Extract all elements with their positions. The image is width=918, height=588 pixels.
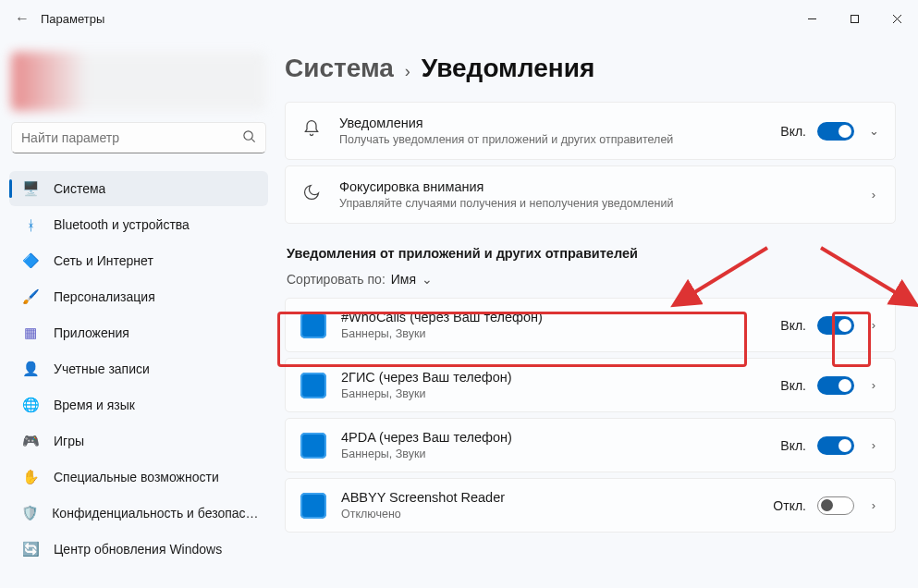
nav-icon: ✋ <box>20 467 41 487</box>
app-notification-row[interactable]: #WhoCalls (через Ваш телефон)Баннеры, Зв… <box>285 298 896 352</box>
nav-icon: 🖌️ <box>20 287 41 307</box>
status-label: Вкл. <box>780 438 806 453</box>
nav-icon: ▦ <box>20 323 41 343</box>
nav-label: Персонализация <box>54 289 155 304</box>
app-name: 4PDA (через Ваш телефон) <box>341 430 780 445</box>
back-button[interactable]: ← <box>7 10 37 27</box>
window-title: Параметры <box>41 12 104 26</box>
nav-list: 🖥️СистемаᚼBluetooth и устройства🔷Сеть и … <box>7 170 270 588</box>
sidebar-item-персонализация[interactable]: 🖌️Персонализация <box>9 279 268 314</box>
app-toggle[interactable] <box>817 436 854 455</box>
search-box[interactable] <box>11 122 266 153</box>
chevron-right-icon[interactable]: › <box>867 318 880 332</box>
breadcrumb: Система › Уведомления <box>285 54 896 83</box>
chevron-right-icon[interactable]: › <box>867 188 880 202</box>
app-icon <box>300 433 326 459</box>
svg-rect-1 <box>851 15 858 22</box>
profile-block[interactable] <box>11 52 266 111</box>
nav-icon: 🖥️ <box>20 178 41 199</box>
breadcrumb-parent[interactable]: Система <box>285 54 394 83</box>
sidebar-item-центр[interactable]: 🔄Центр обновления Windows <box>9 532 268 567</box>
search-input[interactable] <box>21 130 242 145</box>
nav-label: Приложения <box>54 325 129 340</box>
app-sub: Баннеры, Звуки <box>341 447 780 460</box>
chevron-right-icon: › <box>405 62 410 81</box>
svg-line-5 <box>251 139 254 141</box>
app-icon <box>300 373 326 398</box>
sidebar-item-специальные[interactable]: ✋Специальные возможности <box>9 459 268 495</box>
moon-icon <box>300 183 323 206</box>
search-icon <box>242 129 256 146</box>
app-notification-row[interactable]: ABBYY Screenshot ReaderОтключеноОткл.› <box>285 478 896 533</box>
app-notification-row[interactable]: 4PDA (через Ваш телефон)Баннеры, ЗвукиВк… <box>285 418 896 472</box>
chevron-right-icon[interactable]: › <box>867 438 880 452</box>
window-controls <box>790 0 918 37</box>
maximize-button[interactable] <box>833 0 875 37</box>
nav-icon: 🎮 <box>20 431 41 451</box>
app-name: 2ГИС (через Ваш телефон) <box>341 370 780 385</box>
bell-icon <box>300 119 323 142</box>
nav-icon: 🔷 <box>20 251 41 271</box>
sidebar-item-система[interactable]: 🖥️Система <box>9 171 268 206</box>
nav-label: Учетные записи <box>54 361 150 376</box>
app-name: ABBYY Screenshot Reader <box>341 490 773 505</box>
sidebar-item-учетные[interactable]: 👤Учетные записи <box>9 351 268 386</box>
sort-row[interactable]: Сортировать по: Имя ⌄ <box>287 272 896 287</box>
card-title: Фокусировка внимания <box>339 179 867 194</box>
app-notification-row[interactable]: 2ГИС (через Ваш телефон)Баннеры, ЗвукиВк… <box>285 358 896 412</box>
app-name: #WhoCalls (через Ваш телефон) <box>341 310 780 325</box>
nav-label: Система <box>54 181 105 196</box>
notifications-toggle[interactable] <box>817 122 854 141</box>
nav-label: Bluetooth и устройства <box>54 217 190 232</box>
sidebar: 🖥️СистемаᚼBluetooth и устройства🔷Сеть и … <box>0 37 277 588</box>
app-sub: Баннеры, Звуки <box>341 387 780 400</box>
sidebar-item-приложения[interactable]: ▦Приложения <box>9 315 268 350</box>
sidebar-item-сеть[interactable]: 🔷Сеть и Интернет <box>9 243 268 278</box>
card-subtitle: Управляйте случаями получения и неполуче… <box>339 197 867 210</box>
nav-label: Время и язык <box>54 398 135 412</box>
nav-label: Специальные возможности <box>54 470 219 484</box>
nav-label: Конфиденциальность и безопасность <box>52 506 261 521</box>
focus-card[interactable]: Фокусировка внимания Управляйте случаями… <box>285 165 896 224</box>
minimize-button[interactable] <box>790 0 833 37</box>
chevron-down-icon[interactable]: ⌄ <box>867 124 880 138</box>
nav-icon: ᚼ <box>20 214 41 235</box>
sort-label: Сортировать по: <box>287 272 386 287</box>
app-toggle[interactable] <box>817 376 854 395</box>
app-sub: Отключено <box>341 508 773 521</box>
app-icon <box>300 493 326 519</box>
sort-value: Имя <box>391 272 416 287</box>
status-label: Вкл. <box>780 378 806 393</box>
nav-icon: 🔄 <box>20 539 41 559</box>
app-sub: Баннеры, Звуки <box>341 327 780 340</box>
sidebar-item-игры[interactable]: 🎮Игры <box>9 423 268 459</box>
nav-label: Сеть и Интернет <box>54 253 153 268</box>
nav-icon: 👤 <box>20 359 41 379</box>
card-title: Уведомления <box>339 116 780 130</box>
nav-icon: 🛡️ <box>20 503 39 523</box>
sidebar-item-конфиденциальность[interactable]: 🛡️Конфиденциальность и безопасность <box>9 496 268 531</box>
card-subtitle: Получать уведомления от приложений и дру… <box>339 133 780 146</box>
chevron-down-icon: ⌄ <box>422 272 433 287</box>
section-title: Уведомления от приложений и других отпра… <box>287 246 896 261</box>
main-content: Система › Уведомления Уведомления Получа… <box>277 37 918 588</box>
status-label: Вкл. <box>780 318 806 333</box>
nav-label: Центр обновления Windows <box>54 542 222 557</box>
breadcrumb-current: Уведомления <box>422 54 594 83</box>
status-label: Откл. <box>773 498 806 513</box>
app-icon <box>300 312 326 338</box>
app-toggle[interactable] <box>817 496 854 515</box>
nav-label: Игры <box>54 434 84 448</box>
svg-point-4 <box>244 131 252 140</box>
chevron-right-icon[interactable]: › <box>867 378 880 392</box>
close-button[interactable] <box>875 0 918 37</box>
chevron-right-icon[interactable]: › <box>867 498 880 512</box>
status-label: Вкл. <box>780 124 806 139</box>
sidebar-item-время[interactable]: 🌐Время и язык <box>9 387 268 423</box>
nav-icon: 🌐 <box>20 395 41 415</box>
sidebar-item-bluetooth[interactable]: ᚼBluetooth и устройства <box>9 207 268 242</box>
titlebar: ← Параметры <box>0 0 918 37</box>
notifications-card[interactable]: Уведомления Получать уведомления от прил… <box>285 102 896 160</box>
app-toggle[interactable] <box>817 316 854 335</box>
